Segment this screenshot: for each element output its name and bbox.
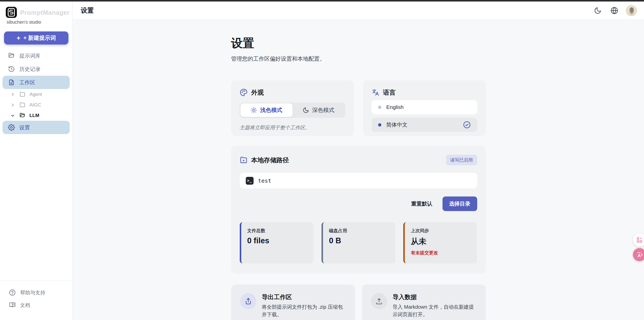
import-title: 导入数据 — [393, 293, 477, 301]
stat-label: 上次同步 — [411, 228, 470, 234]
dark-mode-option[interactable]: 深色模式 — [293, 103, 345, 117]
import-icon-circle — [371, 293, 387, 309]
chevron-right-icon — [11, 92, 15, 97]
card-title: 本地存储路径 — [251, 156, 289, 164]
stat-label: 磁盘占用 — [329, 228, 389, 234]
grid-sparkle-icon — [636, 236, 643, 244]
workspace-tree: Agent AIGC LLM — [0, 89, 72, 121]
storage-path-field[interactable]: >_ — [240, 173, 477, 188]
topbar-actions — [593, 5, 644, 16]
light-mode-option[interactable]: 浅色模式 — [240, 103, 293, 117]
sidebar: PromptManager sibuchen's studio + + 新建提示… — [0, 2, 72, 320]
upload-icon — [375, 297, 383, 305]
storage-card: 本地存储路径 读写已启用 >_ 重置默认 选择目录 文件总数 0 files 磁… — [231, 146, 486, 273]
user-avatar[interactable] — [626, 5, 637, 16]
export-icon — [245, 297, 252, 305]
radio-dot-icon — [378, 123, 381, 127]
history-icon — [8, 66, 15, 72]
tree-item-agent[interactable]: Agent — [0, 89, 72, 100]
topbar: 设置 — [73, 2, 644, 20]
window-top-edge — [0, 0, 644, 2]
translate-sparkle-icon — [636, 251, 643, 258]
uncommitted-changes-note: 有未提交更改 — [411, 250, 470, 256]
sidebar-item-history[interactable]: 历史记录 — [0, 62, 72, 76]
workspace-name: sibuchen's studio — [0, 18, 72, 25]
stat-total-files: 文件总数 0 files — [240, 222, 313, 263]
sidebar-item-label: 文档 — [20, 302, 30, 309]
stat-value: 从未 — [411, 236, 470, 247]
translate-fab[interactable] — [633, 248, 644, 261]
sidebar-footer: 帮助与支持 文档 — [0, 281, 72, 320]
new-prompt-button[interactable]: + + 新建提示词 — [4, 31, 68, 45]
stat-value: 0 B — [329, 236, 389, 245]
sidebar-item-help[interactable]: 帮助与支持 — [0, 286, 72, 299]
storage-status-badge: 读写已启用 — [446, 155, 477, 165]
storage-stats: 文件总数 0 files 磁盘占用 0 B 上次同步 从未 有未提交更改 — [240, 222, 477, 263]
import-data-card[interactable]: 导入数据 导入 Markdown 文件，自动在新建提示词页面打开。 仅支持 .m… — [362, 285, 486, 320]
export-icon-circle — [240, 293, 256, 309]
sidebar-item-label: 帮助与支持 — [20, 289, 45, 296]
storage-path-input[interactable] — [258, 178, 459, 184]
extension-grid-fab[interactable] — [633, 233, 644, 247]
sidebar-item-settings[interactable]: 设置 — [3, 121, 70, 134]
main-content: 设置 管理您的工作区偏好设置和本地配置。 外观 浅色模式 — [73, 20, 644, 320]
sun-icon — [251, 107, 257, 113]
check-circle-icon — [463, 121, 471, 129]
sidebar-item-label: 工作区 — [19, 79, 35, 86]
dark-mode-toggle-button[interactable] — [593, 6, 603, 16]
stat-last-sync: 上次同步 从未 有未提交更改 — [403, 222, 477, 263]
import-description: 导入 Markdown 文件，自动在新建提示词页面打开。 — [393, 303, 477, 318]
brand: PromptManager — [0, 2, 72, 18]
new-prompt-label: + 新建提示词 — [23, 34, 56, 42]
export-title: 导出工作区 — [262, 293, 346, 301]
sidebar-item-library[interactable]: 提示词库 — [0, 49, 72, 62]
document-icon — [8, 79, 15, 86]
chevron-right-icon — [11, 103, 15, 107]
help-circle-icon — [9, 289, 16, 296]
terminal-icon: >_ — [246, 177, 254, 185]
language-option-label: 简体中文 — [386, 121, 408, 128]
tree-item-llm[interactable]: LLM — [0, 110, 72, 121]
moon-icon — [594, 7, 601, 14]
appearance-card: 外观 浅色模式 深色模式 主题 — [231, 80, 354, 136]
radio-dot-icon — [378, 106, 381, 109]
topbar-title: 设置 — [81, 6, 94, 15]
sidebar-item-workspace[interactable]: 工作区 — [3, 76, 70, 89]
stat-disk-usage: 磁盘占用 0 B — [321, 222, 395, 263]
language-option-english[interactable]: English — [372, 100, 477, 114]
sidebar-item-label: 提示词库 — [19, 52, 41, 59]
chevron-down-icon — [11, 113, 15, 118]
language-card: 语言 English 简体中文 — [363, 80, 486, 136]
plus-icon: + — [17, 35, 20, 41]
card-title: 外观 — [251, 88, 264, 97]
choose-directory-button[interactable]: 选择目录 — [442, 196, 477, 211]
export-description: 将全部提示词文件打包为 .zip 压缩包并下载。 — [262, 303, 346, 318]
folder-open-icon — [19, 112, 25, 118]
language-option-label: English — [386, 104, 404, 110]
tree-item-label: LLM — [29, 113, 39, 118]
sidebar-item-label: 设置 — [19, 124, 30, 131]
folder-icon — [19, 91, 25, 97]
folder-icon — [19, 102, 25, 108]
theme-hint: 主题将立即应用于整个工作区。 — [240, 124, 345, 131]
folder-open-icon — [8, 52, 15, 59]
translate-icon — [372, 89, 379, 96]
tree-item-aigc[interactable]: AIGC — [0, 100, 72, 110]
tree-item-label: Agent — [29, 92, 42, 97]
language-switch-button[interactable] — [609, 6, 619, 16]
export-workspace-card[interactable]: 导出工作区 将全部提示词文件打包为 .zip 压缩包并下载。 支持 .md、.j… — [231, 285, 355, 320]
app-logo-icon — [6, 7, 17, 18]
stat-label: 文件总数 — [247, 228, 307, 234]
folder-star-icon — [240, 156, 248, 164]
reset-default-button[interactable]: 重置默认 — [411, 200, 432, 207]
light-mode-label: 浅色模式 — [260, 106, 282, 114]
language-option-chinese[interactable]: 简体中文 — [372, 118, 477, 132]
app-name: PromptManager — [20, 9, 70, 16]
sidebar-item-label: 历史记录 — [19, 66, 41, 73]
tree-item-label: AIGC — [29, 102, 41, 108]
sidebar-nav: 提示词库 历史记录 工作区 Agent AIGC — [0, 49, 72, 134]
card-title: 语言 — [383, 88, 396, 97]
sidebar-item-docs[interactable]: 文档 — [0, 299, 72, 311]
palette-icon — [240, 89, 248, 96]
page-subtitle: 管理您的工作区偏好设置和本地配置。 — [231, 55, 486, 63]
